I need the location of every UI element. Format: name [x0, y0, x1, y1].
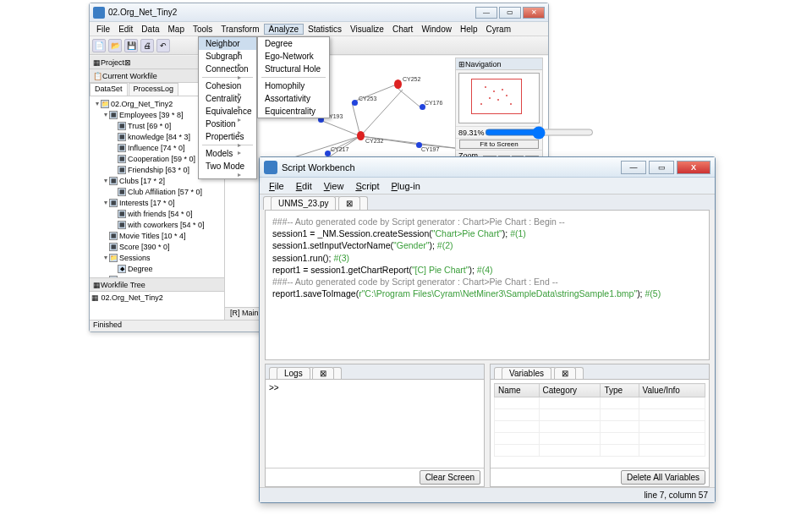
script-menu-view[interactable]: View: [318, 179, 350, 193]
analyze-cohesion[interactable]: Cohesion: [199, 79, 256, 92]
neighbor-assortativity[interactable]: Assortativity: [258, 92, 329, 105]
minimap-viewport[interactable]: [471, 79, 522, 114]
variables-panel: Variables ⊠ Name Category Type Value/Inf…: [490, 364, 710, 487]
menu-map[interactable]: Map: [163, 25, 188, 34]
script-tab[interactable]: UNMS_23.py ⊠: [263, 196, 368, 210]
neighbor-degree[interactable]: Degree: [258, 37, 329, 50]
neighbor-structural-hole[interactable]: Structural Hole: [258, 63, 329, 75]
analyze-equivalence[interactable]: Equivalence: [199, 105, 256, 118]
minimize-button[interactable]: —: [475, 7, 497, 19]
tree-item[interactable]: ▦Score [390 * 0]: [91, 241, 222, 252]
workfile-tree-body[interactable]: ▦ 02.Org_Net_Tiny2: [90, 292, 224, 320]
analyze-subgraph[interactable]: Subgraph: [199, 50, 256, 63]
script-menu-edit[interactable]: Edit: [290, 179, 318, 193]
script-window: Script Workbench — ▭ X FileEditViewScrip…: [259, 156, 716, 503]
tree-item[interactable]: ▦with friends [54 * 0]: [91, 208, 222, 219]
script-lower-panels: Logs ⊠ >> Clear Screen Variables ⊠ Name …: [260, 360, 715, 487]
minimap[interactable]: [458, 73, 540, 123]
workfile-tree-panel: ▦ Workfile Tree ▦ 02.Org_Net_Tiny2: [90, 277, 224, 320]
variables-tab[interactable]: Variables ⊠: [494, 367, 584, 379]
tree-item[interactable]: ▦with coworkers [54 * 0]: [91, 219, 222, 230]
menu-help[interactable]: Help: [456, 25, 482, 34]
fit-screen-button[interactable]: Fit to Screen: [459, 140, 539, 149]
menu-analyze[interactable]: Analyze: [264, 24, 304, 35]
analyze-two mode[interactable]: Two Mode: [199, 160, 256, 173]
analyze-centrality[interactable]: Centrality: [199, 92, 256, 105]
neighbor-ego-network[interactable]: Ego-Network: [258, 50, 329, 63]
menu-chart[interactable]: Chart: [388, 25, 417, 34]
main-menubar[interactable]: FileEditDataMapToolsTransformAnalyzeStat…: [90, 22, 548, 36]
app-icon: [93, 7, 105, 19]
variables-body[interactable]: Name Category Type Value/Info: [491, 380, 709, 468]
neighbor-submenu[interactable]: DegreeEgo-NetworkStructural HoleHomophil…: [257, 36, 330, 118]
script-minimize-button[interactable]: —: [621, 161, 646, 174]
script-titlebar[interactable]: Script Workbench — ▭ X: [260, 157, 715, 178]
maximize-button[interactable]: ▭: [499, 7, 521, 19]
script-tabs[interactable]: UNMS_23.py ⊠: [260, 195, 715, 210]
code-editor[interactable]: ###-- Auto generated code by Script gene…: [265, 210, 710, 360]
menu-visualize[interactable]: Visualize: [346, 25, 388, 34]
analyze-properties[interactable]: Properties: [199, 130, 256, 143]
open-icon[interactable]: 📂: [108, 39, 122, 52]
script-title: Script Workbench: [282, 162, 355, 173]
menu-window[interactable]: Window: [417, 25, 456, 34]
script-maximize-button[interactable]: ▭: [649, 161, 674, 174]
analyze-models[interactable]: Models: [199, 147, 256, 160]
script-menu-plug-in[interactable]: Plug-in: [386, 179, 426, 193]
neighbor-homophily[interactable]: Homophily: [258, 79, 329, 92]
menu-file[interactable]: File: [92, 25, 114, 34]
logs-tab[interactable]: Logs ⊠: [269, 367, 342, 379]
script-menubar[interactable]: FileEditViewScriptPlug-in: [260, 178, 715, 195]
menu-statistics[interactable]: Statistics: [304, 25, 346, 34]
fit-row: Fit to Screen: [456, 138, 542, 150]
script-close-button[interactable]: X: [677, 161, 710, 174]
undo-icon[interactable]: ↶: [156, 39, 170, 52]
neighbor-equicentrality[interactable]: Equicentrality: [258, 105, 329, 118]
svg-line-2: [318, 119, 360, 136]
close-button[interactable]: ✕: [523, 7, 545, 19]
print-icon[interactable]: 🖨: [140, 39, 154, 52]
clear-screen-button[interactable]: Clear Screen: [420, 470, 480, 485]
analyze-connection[interactable]: Connection: [199, 63, 256, 75]
save-icon[interactable]: 💾: [124, 39, 138, 52]
workfile-tree-header[interactable]: ▦ Workfile Tree: [90, 278, 224, 292]
menu-transform[interactable]: Transform: [217, 25, 263, 34]
analyze-position[interactable]: Position: [199, 118, 256, 130]
variables-table: Name Category Type Value/Info: [494, 383, 705, 457]
script-app-icon: [264, 161, 277, 174]
navigation-header[interactable]: ⊞ Navigation: [456, 58, 542, 70]
menu-tools[interactable]: Tools: [189, 25, 217, 34]
tree-item[interactable]: ▾▦Interests [17 * 0]: [91, 197, 222, 208]
script-statusbar: line 7, column 57: [260, 487, 715, 502]
script-menu-script[interactable]: Script: [349, 179, 385, 193]
tab-processlog[interactable]: ProcessLog: [129, 83, 179, 96]
tree-item[interactable]: ▾📁Sessions: [91, 252, 222, 263]
menu-edit[interactable]: Edit: [114, 25, 137, 34]
logs-body[interactable]: >>: [266, 380, 484, 468]
analyze-menu[interactable]: NeighborSubgraphConnectionCohesionCentra…: [198, 36, 257, 179]
zoom-slider[interactable]: [485, 128, 594, 137]
tab-dataset[interactable]: DataSet: [90, 83, 128, 96]
window-title: 02.Org_Net_Tiny2: [108, 8, 177, 17]
tree-item[interactable]: ▦Movie Titles [10 * 4]: [91, 230, 222, 241]
new-icon[interactable]: 📄: [92, 39, 106, 52]
tree-item[interactable]: ◆Degree: [91, 263, 222, 274]
script-menu-file[interactable]: File: [263, 179, 290, 193]
analyze-neighbor[interactable]: Neighbor: [199, 37, 256, 50]
menu-data[interactable]: Data: [137, 25, 163, 34]
menu-cyram[interactable]: Cyram: [482, 25, 515, 34]
logs-panel: Logs ⊠ >> Clear Screen: [265, 364, 485, 487]
navigation-panel: ⊞ Navigation 89.31% Fit to Screen Zoom N…: [455, 58, 543, 170]
zoom-row: 89.31%: [456, 126, 542, 138]
tree-item[interactable]: ▦Club Affiliation [57 * 0]: [91, 186, 222, 197]
main-titlebar[interactable]: 02.Org_Net_Tiny2 — ▭ ✕: [90, 3, 548, 22]
delete-variables-button[interactable]: Delete All Variables: [621, 470, 705, 485]
